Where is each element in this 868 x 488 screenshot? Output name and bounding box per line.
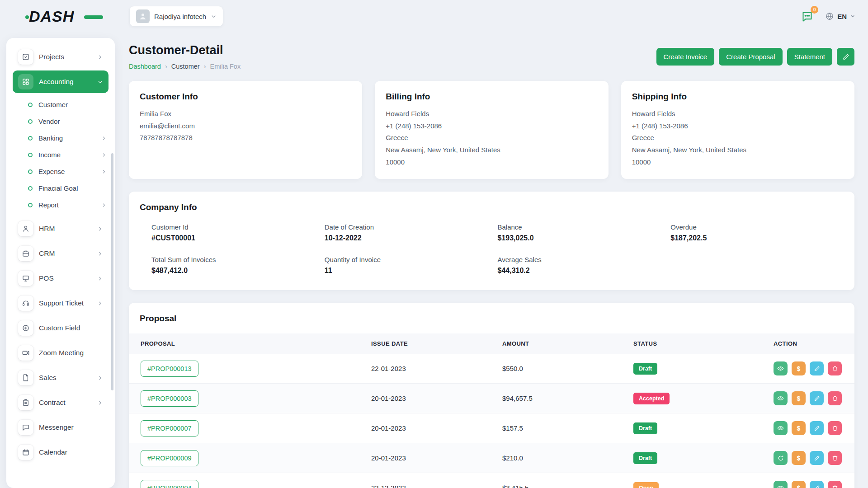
sidebar-item-accounting[interactable]: Accounting bbox=[13, 70, 108, 93]
logo-text: DASH bbox=[29, 8, 74, 25]
sidebar-subitem-income[interactable]: Income bbox=[24, 146, 111, 163]
status-badge: Accepted bbox=[633, 393, 670, 404]
trash-icon bbox=[832, 366, 838, 372]
proposal-table-header: PROPOSAL ISSUE DATE AMOUNT STATUS ACTION bbox=[129, 333, 854, 354]
duplicate-button[interactable] bbox=[774, 451, 788, 465]
sidebar-subitem-label: Income bbox=[38, 151, 61, 159]
view-button[interactable] bbox=[774, 481, 788, 488]
delete-button[interactable] bbox=[828, 451, 842, 465]
sidebar-item-label: Projects bbox=[39, 53, 64, 61]
delete-button[interactable] bbox=[828, 361, 842, 375]
sidebar-item-label: CRM bbox=[39, 249, 55, 258]
field-quantity-of-invoice: Quantity of Invoice 11 bbox=[325, 256, 498, 275]
shipping-name: Howard Fields bbox=[632, 108, 844, 120]
proposal-title: Proposal bbox=[129, 314, 854, 324]
sidebar-subitem-banking[interactable]: Banking bbox=[24, 130, 111, 146]
convert-to-invoice-button[interactable]: $ bbox=[792, 361, 806, 375]
convert-to-invoice-button[interactable]: $ bbox=[792, 391, 806, 405]
convert-to-invoice-button[interactable]: $ bbox=[792, 481, 806, 488]
sidebar-item-zoom-meeting[interactable]: Zoom Meeting bbox=[13, 342, 108, 364]
edit-button[interactable] bbox=[810, 361, 824, 375]
billing-zip: 10000 bbox=[386, 156, 597, 169]
currency-icon: $ bbox=[797, 395, 801, 402]
edit-customer-button[interactable] bbox=[837, 48, 854, 66]
sidebar-item-label: Zoom Meeting bbox=[39, 349, 84, 357]
delete-button[interactable] bbox=[828, 421, 842, 435]
proposal-link[interactable]: #PROP000004 bbox=[141, 480, 198, 488]
edit-button[interactable] bbox=[810, 481, 824, 488]
sidebar-item-calendar[interactable]: Calendar bbox=[13, 441, 108, 464]
sidebar-item-contract[interactable]: Contract bbox=[13, 391, 108, 414]
proposal-link[interactable]: #PROP000009 bbox=[141, 450, 198, 466]
projects-icon bbox=[18, 49, 33, 65]
proposal-row: #PROP000004 22-12-2022 $3,415.5 Open $ bbox=[129, 473, 854, 488]
create-proposal-button[interactable]: Create Proposal bbox=[719, 48, 782, 66]
sidebar-item-label: Sales bbox=[39, 374, 57, 382]
proposal-row: #PROP000009 20-01-2023 $210.0 Draft $ bbox=[129, 443, 854, 473]
app-logo[interactable]: DASH bbox=[29, 8, 97, 25]
view-button[interactable] bbox=[774, 361, 788, 375]
sidebar-scrollbar[interactable] bbox=[111, 153, 113, 390]
topbar-controls: 0 EN bbox=[799, 9, 855, 24]
column-header-status: STATUS bbox=[622, 333, 762, 354]
convert-to-invoice-button[interactable]: $ bbox=[792, 421, 806, 435]
sidebar-item-projects[interactable]: Projects bbox=[13, 46, 108, 68]
chevron-right-icon bbox=[97, 251, 103, 257]
sidebar-item-support-ticket[interactable]: Support Ticket bbox=[13, 292, 108, 314]
statement-button[interactable]: Statement bbox=[787, 48, 832, 66]
language-label: EN bbox=[837, 13, 847, 20]
create-invoice-button[interactable]: Create Invoice bbox=[656, 48, 715, 66]
sidebar-subitem-financial-goal[interactable]: Finacial Goal bbox=[24, 180, 111, 197]
sidebar-item-sales[interactable]: Sales bbox=[13, 366, 108, 389]
main-content: Customer-Detail Dashboard › Customer › E… bbox=[129, 43, 854, 488]
customer-name: Emilia Fox bbox=[140, 108, 351, 120]
chevron-down-icon bbox=[850, 14, 855, 19]
edit-button[interactable] bbox=[810, 451, 824, 465]
sidebar-item-hrm[interactable]: HRM bbox=[13, 217, 108, 240]
sidebar-item-messenger[interactable]: Messenger bbox=[13, 416, 108, 439]
chat-bubble-icon bbox=[18, 420, 33, 435]
edit-button[interactable] bbox=[810, 391, 824, 405]
proposal-link[interactable]: #PROP000013 bbox=[141, 361, 198, 377]
workspace-selector[interactable]: Rajodiya infotech bbox=[129, 6, 223, 27]
calendar-icon bbox=[18, 445, 33, 460]
amount-cell: $210.0 bbox=[491, 454, 622, 462]
convert-to-invoice-button[interactable]: $ bbox=[792, 451, 806, 465]
language-selector[interactable]: EN bbox=[825, 12, 855, 21]
sidebar-subitem-customer[interactable]: Customer bbox=[24, 96, 111, 113]
view-button[interactable] bbox=[774, 391, 788, 405]
chevron-right-icon bbox=[97, 276, 103, 282]
sidebar-item-custom-field[interactable]: Custom Field bbox=[13, 317, 108, 339]
proposal-link[interactable]: #PROP000007 bbox=[141, 420, 198, 436]
plus-circle-icon bbox=[18, 320, 33, 336]
messages-button[interactable]: 0 bbox=[799, 9, 815, 24]
sidebar-subitem-label: Report bbox=[38, 201, 59, 209]
sidebar-subitem-expense[interactable]: Expense bbox=[24, 163, 111, 180]
sidebar-item-crm[interactable]: CRM bbox=[13, 242, 108, 265]
sidebar-subitem-report[interactable]: Report bbox=[24, 197, 111, 213]
sidebar-subitem-label: Vendor bbox=[38, 117, 60, 125]
issue-date-cell: 20-01-2023 bbox=[359, 394, 491, 402]
shipping-country: Greece bbox=[632, 132, 844, 144]
card-title: Billing Info bbox=[386, 92, 597, 102]
customer-email: emilia@client.com bbox=[140, 120, 351, 132]
pencil-icon bbox=[814, 455, 820, 461]
amount-cell: $94,657.5 bbox=[491, 394, 622, 402]
billing-phone: +1 (248) 153-2086 bbox=[386, 120, 597, 132]
sidebar-item-label: Custom Field bbox=[39, 324, 80, 332]
currency-icon: $ bbox=[797, 425, 801, 432]
field-date-of-creation: Date of Creation 10-12-2022 bbox=[325, 223, 498, 242]
view-button[interactable] bbox=[774, 421, 788, 435]
edit-button[interactable] bbox=[810, 421, 824, 435]
proposal-link[interactable]: #PROP000003 bbox=[141, 390, 198, 407]
company-info-card: Company Info Customer Id #CUST00001 Date… bbox=[129, 192, 854, 290]
card-title: Customer Info bbox=[140, 92, 351, 102]
logo-accent-dot bbox=[25, 15, 29, 19]
eye-icon bbox=[777, 484, 784, 488]
delete-button[interactable] bbox=[828, 481, 842, 488]
breadcrumb-customer[interactable]: Customer bbox=[171, 63, 200, 70]
delete-button[interactable] bbox=[828, 391, 842, 405]
sidebar-item-pos[interactable]: POS bbox=[13, 267, 108, 290]
sidebar-subitem-vendor[interactable]: Vendor bbox=[24, 113, 111, 130]
breadcrumb-dashboard[interactable]: Dashboard bbox=[129, 63, 161, 70]
